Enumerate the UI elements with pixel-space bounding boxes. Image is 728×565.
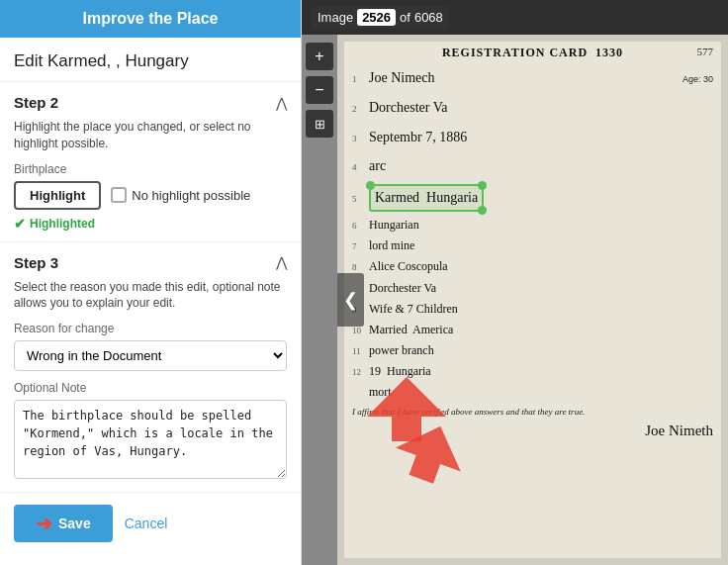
doc-row-8: 8 Alice Coscopula [352, 257, 713, 276]
footer-buttons: ➜ Save Cancel [0, 493, 301, 554]
reason-label: Reason for change [14, 322, 287, 335]
document-inner: REGISTRATION CARD 1330 577 1 Joe Nimech … [344, 42, 721, 449]
doc-row-5: 5 Karmed Hungaria [352, 182, 713, 214]
doc-row-7: 7 lord mine [352, 236, 713, 255]
image-number[interactable]: 2526 [357, 9, 396, 26]
doc-row-12: 12 19 Hungaria [352, 362, 713, 381]
doc-row-9: 9 Wife & 7 Children [352, 300, 713, 319]
doc-row-6: 6 Hungarian [352, 216, 713, 235]
reason-select[interactable]: Wrong in the Document Blurry/Unreadable … [14, 340, 287, 371]
doc-row-4: 4 arc [352, 152, 713, 180]
doc-row-3: 3 Septembr 7, 1886 [352, 124, 713, 151]
zoom-out-button[interactable]: − [306, 76, 333, 104]
doc-row-2: 2 Dorchester Va [352, 94, 713, 122]
doc-corner-num: 577 [697, 46, 714, 57]
document-image: REGISTRATION CARD 1330 577 1 Joe Nimech … [337, 35, 728, 565]
step3-title: Step 3 [14, 254, 58, 271]
doc-row-11: 11 power branch [352, 341, 713, 360]
document-background: REGISTRATION CARD 1330 577 1 Joe Nimech … [343, 41, 722, 559]
layers-button[interactable]: ⊞ [306, 110, 333, 138]
prev-image-button[interactable]: ❮ [337, 273, 364, 327]
save-button[interactable]: ➜ Save [14, 505, 113, 542]
step2-description: Highlight the place you changed, or sele… [14, 119, 287, 152]
doc-affirm: I affirm that I have verified above answ… [352, 407, 713, 417]
cancel-label: Cancel [125, 516, 168, 531]
highlight-button[interactable]: Highlight [14, 181, 101, 210]
image-label: Image 2526 of 6068 [312, 6, 449, 29]
highlight-row: Highlight No highlight possible [14, 181, 287, 210]
doc-row-mort: mort [352, 383, 713, 402]
no-highlight-label[interactable]: No highlight possible [111, 187, 250, 203]
panel-title: Improve the Place [83, 10, 219, 27]
doc-row-1: 1 Joe Nimech Age: 30 [352, 64, 713, 92]
save-arrow-icon: ➜ [36, 512, 52, 535]
highlight-dot-br [478, 206, 487, 215]
save-label: Save [58, 516, 91, 531]
edit-title-text: Edit Karmed, , Hungary [14, 51, 189, 70]
doc-signature: Joe Nimeth [352, 419, 713, 444]
checkmark-icon: ✔ [14, 216, 26, 232]
step2-header: Step 2 ⋀ [14, 94, 287, 111]
doc-row-10: 10 Married America [352, 321, 713, 339]
image-total: 6068 [414, 10, 443, 25]
right-panel: Image 2526 of 6068 + − ⊞ REGISTRATION CA… [302, 0, 728, 565]
no-highlight-checkbox[interactable] [111, 187, 127, 203]
highlight-dot-tl [366, 181, 375, 190]
step2-title: Step 2 [14, 94, 58, 111]
step3-collapse-icon[interactable]: ⋀ [276, 254, 287, 270]
doc-header: REGISTRATION CARD 1330 [352, 46, 713, 60]
birthplace-label: Birthplace [14, 162, 287, 176]
step2-collapse-icon[interactable]: ⋀ [276, 95, 287, 111]
image-toolbar: Image 2526 of 6068 [302, 0, 728, 35]
optional-note-textarea[interactable]: The birthplace should be spelled "Kormen… [14, 400, 287, 479]
zoom-in-button[interactable]: + [306, 43, 333, 70]
image-content: REGISTRATION CARD 1330 577 1 Joe Nimech … [337, 35, 728, 565]
optional-note-label: Optional Note [14, 381, 287, 395]
highlighted-status: ✔ Highlighted [14, 216, 287, 232]
step3-section: Step 3 ⋀ Select the reason you made this… [0, 242, 301, 494]
highlight-dot-tr [478, 181, 487, 190]
image-nav-panel: + − ⊞ [302, 35, 337, 565]
cancel-button[interactable]: Cancel [125, 516, 168, 531]
left-panel: Improve the Place Edit Karmed, , Hungary… [0, 0, 302, 565]
doc-row-8b: Dorchester Va [352, 279, 713, 298]
step3-description: Select the reason you made this edit, op… [14, 279, 287, 313]
edit-title: Edit Karmed, , Hungary [0, 38, 301, 82]
step2-section: Step 2 ⋀ Highlight the place you changed… [0, 82, 301, 242]
step3-header: Step 3 ⋀ [14, 254, 287, 271]
panel-header: Improve the Place [0, 0, 301, 38]
